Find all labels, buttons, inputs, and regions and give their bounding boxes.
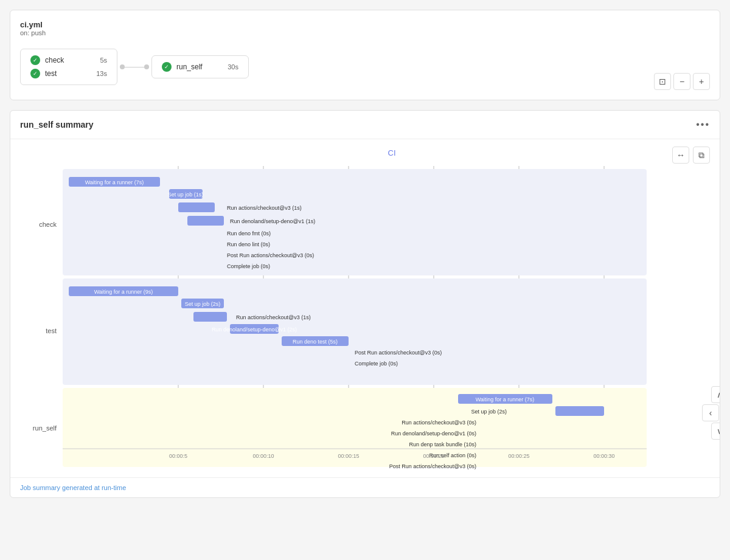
pipeline-header: ci.yml on: push	[20, 20, 710, 36]
svg-text:Run denp task bundle (10s): Run denp task bundle (10s)	[409, 441, 476, 448]
run-self-bar-setup	[555, 406, 604, 416]
test-bar-checkout	[193, 312, 227, 322]
svg-text:Run actions/checkout@v3 (1s): Run actions/checkout@v3 (1s)	[227, 205, 302, 211]
run-self-job-duration: 30s	[228, 63, 238, 71]
svg-text:Run deno test (5s): Run deno test (5s)	[293, 339, 338, 345]
svg-text:Set up job (2s): Set up job (2s)	[185, 301, 221, 307]
pipeline-job-test: ✓ test 13s	[30, 69, 107, 78]
svg-text:00:00:25: 00:00:25	[508, 453, 529, 459]
footer-text: Job summary generated at run-time	[10, 477, 720, 497]
pipeline-diagram: ✓ check 5s ✓ test 13s	[20, 44, 710, 90]
svg-text:Post Run actions/checkout@v3 (: Post Run actions/checkout@v3 (0s)	[227, 252, 314, 258]
svg-text:Waiting for a runner (7s): Waiting for a runner (7s)	[476, 396, 535, 403]
fit-button[interactable]: ⊡	[654, 73, 671, 90]
svg-text:Set up job (2s): Set up job (2s)	[471, 409, 507, 415]
summary-menu-button[interactable]: •••	[696, 119, 710, 130]
svg-text:Post Run actions/checkout@v3 (: Post Run actions/checkout@v3 (0s)	[355, 350, 442, 356]
svg-text:Set up job (1s): Set up job (1s)	[168, 192, 204, 198]
gantt-nav-left[interactable]: ‹	[702, 404, 719, 421]
gantt-copy-button[interactable]: ⧉	[693, 147, 710, 164]
page: ci.yml on: push ✓ check 5s ✓ test 13s	[0, 0, 730, 560]
pipeline-job-run-self: ✓ run_self 30s	[162, 62, 238, 72]
svg-text:Run actions/checkout@v3 (0s): Run actions/checkout@v3 (0s)	[401, 420, 476, 426]
check-job-duration: 5s	[100, 57, 107, 64]
pipeline-controls: ⊡ − +	[654, 73, 710, 90]
pipeline-section: ci.yml on: push ✓ check 5s ✓ test 13s	[10, 10, 720, 100]
pipeline-trigger: on: push	[20, 29, 710, 36]
svg-text:Run denoland/setup-deno@v1 (0s: Run denoland/setup-deno@v1 (0s)	[391, 430, 476, 437]
svg-text:Waiting for a runner (9s): Waiting for a runner (9s)	[94, 289, 153, 295]
test-job-duration: 13s	[96, 70, 107, 77]
connector-dot-right	[144, 64, 149, 69]
svg-text:Post Run actions/checkout@v3 (: Post Run actions/checkout@v3 (0s)	[389, 463, 476, 469]
connector-dot-left	[120, 64, 125, 69]
svg-text:00:00:5: 00:00:5	[169, 453, 187, 459]
pipeline-box-check-test: ✓ check 5s ✓ test 13s	[20, 49, 117, 85]
run-self-success-icon: ✓	[162, 62, 172, 72]
pipeline-connector	[117, 67, 151, 67]
gantt-nav-up[interactable]: ∧	[711, 386, 720, 403]
svg-text:00:00:20: 00:00:20	[423, 453, 444, 459]
run-self-job-name: run_self	[176, 63, 223, 71]
gantt-nav-controls: ∧ ⊕ ‹ ↺ › ∨ ⊖	[702, 386, 720, 440]
check-job-name: check	[45, 56, 95, 64]
test-row-label: test	[46, 327, 57, 334]
check-row-label: check	[39, 221, 57, 228]
test-success-icon: ✓	[30, 69, 40, 78]
gantt-svg: check Waiting for a runner (7s) Set up j…	[20, 166, 665, 470]
svg-text:Run deno lint (0s): Run deno lint (0s)	[227, 241, 270, 247]
gantt-nav-down[interactable]: ∨	[711, 423, 720, 440]
summary-section: run_self summary ••• CI ↔ ⧉	[10, 110, 720, 498]
pipeline-job-check: ✓ check 5s	[30, 55, 107, 65]
svg-text:00:00:30: 00:00:30	[593, 453, 614, 459]
svg-text:Complete job (0s): Complete job (0s)	[227, 263, 270, 269]
svg-text:Run deno fmt (0s): Run deno fmt (0s)	[227, 230, 271, 237]
zoom-out-button[interactable]: −	[673, 73, 690, 90]
gantt-ci-label: CI	[63, 148, 672, 157]
svg-text:Run denoland/setup-deno@v1 (1s: Run denoland/setup-deno@v1 (1s)	[230, 218, 315, 224]
check-success-icon: ✓	[30, 55, 40, 65]
check-bar-checkout	[178, 202, 215, 212]
gantt-expand-button[interactable]: ↔	[672, 147, 689, 164]
svg-text:Run actions/checkout@v3 (1s): Run actions/checkout@v3 (1s)	[236, 314, 311, 320]
svg-text:00:00:15: 00:00:15	[338, 453, 359, 459]
svg-text:00:00:10: 00:00:10	[252, 453, 274, 459]
summary-title: run_self summary	[20, 120, 94, 130]
run-self-row-label: run_self	[33, 424, 57, 432]
pipeline-box-run-self: ✓ run_self 30s	[151, 55, 249, 78]
svg-text:Complete job (0s): Complete job (0s)	[355, 361, 398, 367]
zoom-in-button[interactable]: +	[693, 73, 710, 90]
connector-line	[122, 67, 147, 67]
gantt-container: CI ↔ ⧉	[10, 139, 720, 477]
svg-text:Waiting for a runner (7s): Waiting for a runner (7s)	[85, 179, 144, 185]
check-bar-setup-deno	[187, 216, 224, 226]
pipeline-filename: ci.yml	[20, 20, 710, 29]
summary-header: run_self summary •••	[10, 111, 720, 139]
svg-text:Run denoland/setup-deno@v1 (2s: Run denoland/setup-deno@v1 (2s)	[212, 327, 297, 333]
test-job-name: test	[45, 69, 91, 78]
